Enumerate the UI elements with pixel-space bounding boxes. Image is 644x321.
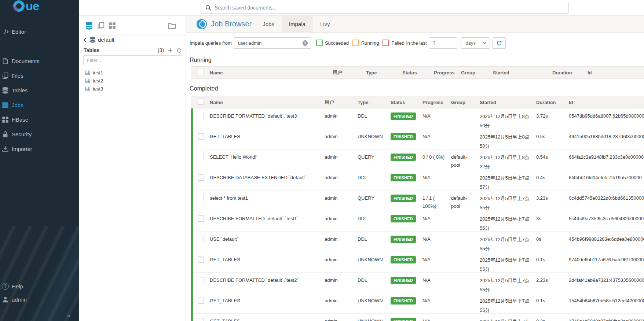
sidebar-item-editor[interactable]: Editor: [0, 27, 79, 36]
copy-icon[interactable]: [97, 22, 105, 30]
job-name-link[interactable]: DESCRIBE DATABASE EXTENDED `default`: [210, 170, 325, 180]
row-checkbox[interactable]: [198, 257, 204, 263]
job-started: 2025年12月5日早上8点22分: [480, 150, 536, 170]
job-name-link[interactable]: GET_TABLES: [210, 314, 325, 321]
refresh-icon: [496, 40, 502, 46]
collapse-sidebar-icon[interactable]: «: [67, 312, 71, 320]
sidebar-item-importer[interactable]: Importer: [0, 144, 79, 153]
row-checkbox[interactable]: [198, 113, 204, 119]
select-all-checkbox[interactable]: [198, 99, 204, 105]
time-unit-select[interactable]: days: [461, 37, 490, 49]
job-progress: N/A: [422, 211, 451, 224]
job-name-link[interactable]: DESCRIBE FORMATTED `default`.`test2`: [210, 273, 325, 283]
failed-checkbox[interactable]: [383, 40, 389, 46]
sidebar-item-documents[interactable]: Documents: [0, 56, 79, 65]
job-id: 6f4bbb16fd04efeb:7fb19a5700000: [569, 170, 644, 180]
succeeded-checkbox[interactable]: [316, 40, 323, 46]
status-filter-succeeded: Succeeded: [316, 40, 349, 46]
refresh-queries-button[interactable]: [493, 37, 506, 49]
grid-icon[interactable]: [109, 22, 116, 29]
app-header: Job Browser Jobs Impala Livy: [186, 16, 644, 33]
job-group: [451, 293, 480, 300]
job-name-link[interactable]: GET_TABLES: [210, 293, 325, 303]
job-group: [451, 314, 480, 321]
job-name-link[interactable]: GET_TABLES: [210, 252, 325, 262]
row-checkbox[interactable]: [198, 195, 204, 201]
row-checkbox[interactable]: [198, 318, 204, 321]
job-name-link[interactable]: DESCRIBE FORMATTED `default`.`test3`: [210, 108, 325, 119]
table-row: SELECT 'Hello World!' admin QUERY FINISH…: [193, 150, 644, 170]
list-item-table[interactable]: test3: [85, 85, 103, 92]
files-icon: [2, 72, 9, 79]
user-icon: [2, 296, 9, 303]
job-browser-brand[interactable]: Job Browser: [196, 16, 252, 32]
job-progress: N/A: [422, 314, 451, 321]
sidebar-item-files[interactable]: Files: [0, 71, 79, 80]
sidebar-item-hbase[interactable]: HBase: [0, 115, 79, 124]
question-icon: ?: [2, 283, 9, 290]
job-started: 2025年12月5日早上7点57分: [480, 170, 536, 191]
job-type: DDL: [358, 273, 391, 283]
row-checkbox[interactable]: [198, 298, 204, 304]
sidebar-item-tables[interactable]: Tables: [0, 86, 79, 95]
global-search[interactable]: [201, 2, 569, 14]
search-icon: [205, 5, 211, 11]
time-amount-input[interactable]: [429, 37, 457, 49]
job-type: DDL: [358, 108, 391, 119]
list-item-table[interactable]: test2: [85, 77, 103, 84]
sidebar-item-admin[interactable]: admin: [0, 295, 79, 304]
code-icon: [2, 28, 9, 35]
sidebar-item-jobs[interactable]: Jobs: [0, 100, 79, 109]
breadcrumb[interactable]: default: [83, 37, 114, 43]
tab-impala[interactable]: Impala: [282, 16, 313, 32]
status-badge: FINISHED: [391, 297, 416, 305]
hue-logo[interactable]: ue: [13, 0, 39, 12]
job-name-link[interactable]: USE `default`: [210, 232, 325, 242]
row-checkbox[interactable]: [198, 215, 204, 222]
job-progress: N/A: [422, 273, 451, 285]
job-duration: 3.72s: [536, 108, 569, 119]
sidebar-item-help[interactable]: ? Help: [0, 282, 79, 291]
table-filter-input[interactable]: [83, 55, 182, 65]
job-duration: 0.4s: [536, 170, 569, 180]
job-name-link[interactable]: DESCRIBE FORMATTED `default`.`test1`: [210, 211, 325, 221]
refresh-icon[interactable]: [176, 48, 182, 53]
chevron-left-icon[interactable]: [83, 37, 88, 43]
job-type: UNKNOWN: [358, 129, 391, 139]
job-type: DDL: [358, 211, 391, 221]
running-table-header: Name 用户 Type Status Progress Group Start…: [191, 66, 644, 79]
status-filter-failed: Failed: [383, 40, 404, 46]
assist-filter: [83, 55, 182, 65]
row-checkbox[interactable]: [198, 154, 204, 160]
job-user: admin: [325, 293, 358, 303]
job-name-link[interactable]: GET_TABLES: [210, 129, 325, 139]
sidebar-item-security[interactable]: Security: [0, 130, 79, 139]
select-all-checkbox[interactable]: [198, 69, 204, 75]
clear-icon[interactable]: ×: [303, 40, 308, 46]
query-filter-input[interactable]: [234, 40, 303, 46]
plus-icon[interactable]: [168, 48, 173, 53]
database-icon[interactable]: [85, 22, 93, 30]
running-section-title: Running: [190, 57, 212, 63]
job-browser-icon: [196, 19, 207, 30]
running-checkbox[interactable]: [352, 40, 359, 46]
breadcrumb-database[interactable]: default: [98, 37, 114, 43]
completed-section-title: Completed: [190, 85, 218, 92]
job-type: UNKNOWN: [358, 314, 391, 321]
row-checkbox[interactable]: [198, 174, 204, 181]
tab-jobs[interactable]: Jobs: [255, 16, 282, 32]
job-id: 9740de6bb117a676:5afc961f00000: [569, 252, 644, 262]
job-name-link[interactable]: SELECT 'Hello World!': [210, 150, 325, 160]
table-grid-icon: [85, 86, 90, 91]
job-group: [451, 273, 480, 280]
tab-livy[interactable]: Livy: [313, 16, 337, 32]
job-name-link[interactable]: select * from test1: [210, 191, 325, 201]
folder-icon[interactable]: [168, 22, 176, 30]
search-input[interactable]: [215, 5, 568, 11]
list-item-table[interactable]: test1: [85, 69, 103, 76]
content-area: Running Name 用户 Type Status Progress Gro…: [186, 53, 644, 321]
row-checkbox[interactable]: [198, 236, 204, 242]
row-checkbox[interactable]: [198, 133, 204, 140]
row-checkbox[interactable]: [198, 277, 204, 283]
job-id: 454b96f99881263e:6ddea0e800000: [569, 232, 644, 242]
